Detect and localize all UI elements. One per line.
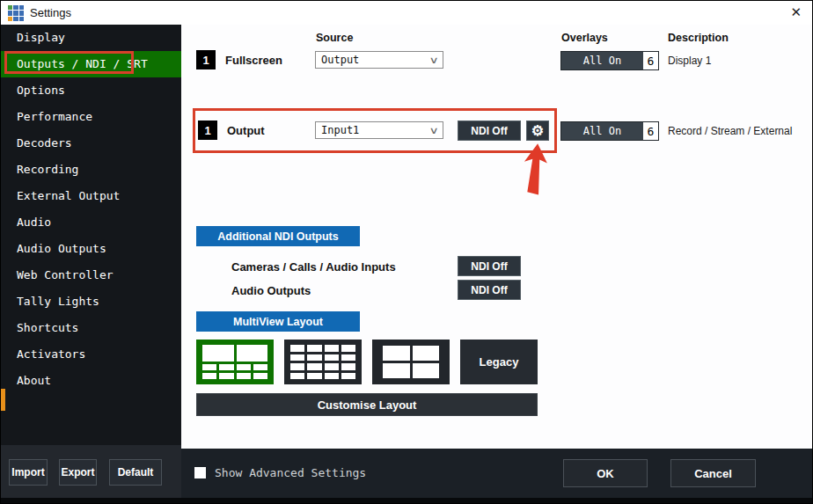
window-title: Settings xyxy=(30,6,71,19)
sidebar-item-tally-lights[interactable]: Tally Lights xyxy=(1,289,181,315)
chevron-down-icon: ∨ xyxy=(428,125,438,136)
red-arrow-annotation xyxy=(520,143,550,198)
multiview-layout-header[interactable]: MultiView Layout xyxy=(196,311,360,332)
sidebar-item-options[interactable]: Options xyxy=(1,77,181,104)
sidebar-item-recording[interactable]: Recording xyxy=(1,157,181,183)
sidebar-item-activators[interactable]: Activators xyxy=(1,341,181,368)
sidebar-item-web-controller[interactable]: Web Controller xyxy=(1,262,181,289)
default-button[interactable]: Default xyxy=(109,459,162,486)
overlay-count-badge: 6 xyxy=(643,52,658,69)
additional-ndi-outputs-header[interactable]: Additional NDI Outputs xyxy=(196,226,360,246)
sidebar-item-performance[interactable]: Performance xyxy=(1,104,181,130)
audio-outputs-label: Audio Outputs xyxy=(231,284,311,297)
sidebar-footer: Import Export Default xyxy=(1,445,181,504)
sidebar-item-about[interactable]: About xyxy=(1,368,181,394)
sidebar-item-outputs-ndi-srt[interactable]: Outputs / NDI / SRT xyxy=(1,51,181,77)
sidebar-item-external-output[interactable]: External Output xyxy=(1,183,181,209)
import-button[interactable]: Import xyxy=(9,459,48,486)
chevron-down-icon: ∨ xyxy=(428,55,438,66)
output-label: Output xyxy=(227,124,265,137)
multiview-layout-option-1-selected[interactable] xyxy=(196,340,274,384)
output-ndi-off-button[interactable]: NDI Off xyxy=(458,121,521,141)
ok-button[interactable]: OK xyxy=(563,459,648,487)
sidebar-item-shortcuts[interactable]: Shortcuts xyxy=(1,315,181,341)
legacy-layout-button[interactable]: Legacy xyxy=(460,340,538,384)
column-header-description: Description xyxy=(668,32,729,44)
window-bottom-edge xyxy=(1,498,812,503)
cancel-button[interactable]: Cancel xyxy=(670,459,756,487)
overlay-count-badge: 6 xyxy=(643,122,658,140)
export-button[interactable]: Export xyxy=(59,459,97,486)
vmix-logo-icon xyxy=(8,5,24,21)
output-overlays-button[interactable]: All On 6 xyxy=(560,121,659,141)
close-icon[interactable]: ✕ xyxy=(790,4,802,20)
customise-layout-button[interactable]: Customise Layout xyxy=(196,393,538,416)
sidebar: Display Outputs / NDI / SRT Options Perf… xyxy=(1,25,181,504)
sidebar-item-decoders[interactable]: Decoders xyxy=(1,130,181,157)
gear-icon[interactable]: ⚙ xyxy=(526,121,549,141)
fullscreen-overlays-button[interactable]: All On 6 xyxy=(560,51,659,70)
settings-window: Settings ✕ Display Outputs / NDI / SRT O… xyxy=(0,0,813,504)
fullscreen-number-badge: 1 xyxy=(196,50,216,69)
output-description: Record / Stream / External xyxy=(668,125,792,137)
audio-outputs-ndi-off-button[interactable]: NDI Off xyxy=(458,280,521,300)
sidebar-item-display[interactable]: Display xyxy=(1,25,181,51)
main-panel: Source Overlays Description 1 Fullscreen… xyxy=(181,25,812,449)
fullscreen-description: Display 1 xyxy=(668,55,711,67)
sidebar-item-audio-outputs[interactable]: Audio Outputs xyxy=(1,236,181,262)
titlebar: Settings ✕ xyxy=(1,1,812,25)
column-header-source: Source xyxy=(316,32,353,44)
output-source-dropdown[interactable]: Input1 ∨ xyxy=(315,121,443,139)
show-advanced-settings-label: Show Advanced Settings xyxy=(215,466,366,479)
column-header-overlays: Overlays xyxy=(561,32,608,44)
multiview-layout-option-3[interactable] xyxy=(372,340,450,384)
fullscreen-source-dropdown[interactable]: Output ∨ xyxy=(315,51,443,69)
output-number-badge: 1 xyxy=(198,121,217,140)
show-advanced-settings-checkbox[interactable] xyxy=(194,467,206,478)
orange-edge-accent xyxy=(1,389,5,411)
bottom-bar: Show Advanced Settings OK Cancel xyxy=(181,449,812,503)
multiview-layout-option-2[interactable] xyxy=(284,340,362,384)
cameras-calls-audio-inputs-label: Cameras / Calls / Audio Inputs xyxy=(231,260,396,274)
fullscreen-label: Fullscreen xyxy=(225,54,282,67)
sidebar-item-audio[interactable]: Audio xyxy=(1,209,181,236)
cameras-ndi-off-button[interactable]: NDI Off xyxy=(458,256,521,276)
